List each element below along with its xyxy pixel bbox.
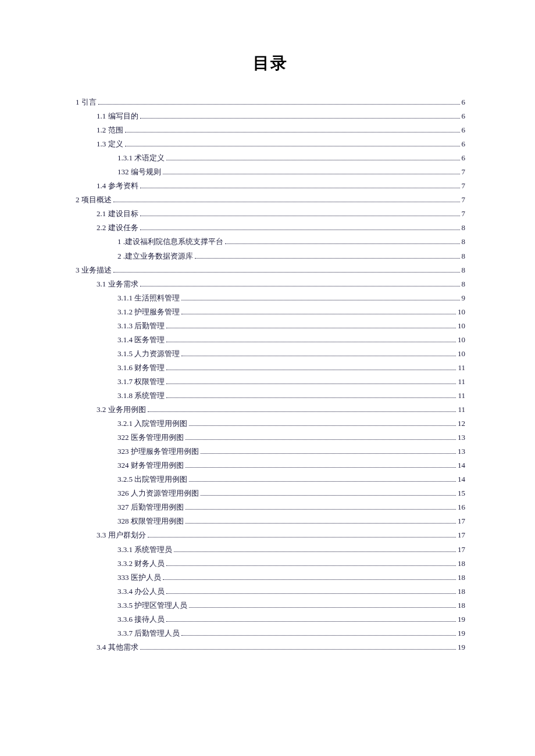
toc-entry-leader xyxy=(189,603,456,608)
toc-entry-leader xyxy=(166,338,456,342)
toc-entry-leader xyxy=(166,366,456,370)
toc-entry-leader xyxy=(186,519,456,524)
toc-entry-page: 6 xyxy=(462,151,466,165)
toc-entry: 3.3.7 后勤管理人员19 xyxy=(76,626,465,640)
toc-entry-label: 3.3.5 护理区管理人员 xyxy=(117,599,187,612)
toc-entry: 1.3.1 术语定义6 xyxy=(76,151,465,165)
toc-entry-leader xyxy=(201,492,456,496)
toc-entry: 3.2 业务用例图 11 xyxy=(76,403,465,417)
toc-entry-leader xyxy=(140,184,460,188)
toc-entry: 3.2.5 出院管理用例图14 xyxy=(76,472,465,486)
toc-entry: 3.3.2 财务人员18 xyxy=(76,557,465,571)
toc-entry: 3.3.6 接待人员19 xyxy=(76,612,465,626)
toc-entry-leader xyxy=(148,533,456,538)
toc-entry-label: 3.1.1 生活照料管理 xyxy=(117,291,180,305)
toc-entry-label: 3.2.5 出院管理用例图 xyxy=(117,472,187,486)
toc-entry: 333 医护人员 18 xyxy=(76,571,465,585)
toc-entry-leader xyxy=(163,170,460,174)
toc-entry-leader xyxy=(140,645,456,650)
toc-entry-label: 3.1.7 权限管理 xyxy=(117,375,165,389)
toc-entry-page: 11 xyxy=(458,361,465,375)
toc-entry-label: 328 权限管理用例图 xyxy=(117,514,184,528)
toc-entry-leader xyxy=(186,435,456,440)
toc-entry: 3.1.5 人力资源管理10 xyxy=(76,347,465,361)
toc-entry-label: 3.4 其他需求 xyxy=(97,640,138,654)
toc-entry-page: 18 xyxy=(458,599,465,612)
toc-entry-leader xyxy=(195,254,460,259)
toc-entry-page: 6 xyxy=(462,95,466,109)
toc-entry-label: 1.2 范围 xyxy=(97,123,123,137)
toc-entry-leader xyxy=(140,114,460,119)
toc-entry-page: 12 xyxy=(458,417,465,431)
toc-entry: 1.3 定义6 xyxy=(76,137,465,151)
toc-entry-leader xyxy=(181,352,456,356)
toc-entry-label: 2.1 建设目标 xyxy=(97,207,138,221)
toc-entry-label: 3.3.6 接待人员 xyxy=(117,612,165,626)
toc-entry-label: 2 项目概述 xyxy=(76,193,112,207)
toc-entry-page: 10 xyxy=(458,347,465,361)
toc-entry-leader xyxy=(181,310,456,314)
toc-entry-page: 17 xyxy=(458,514,465,528)
table-of-contents: 1 引言61.1 编写目的61.2 范围61.3 定义61.3.1 术语定义61… xyxy=(76,95,465,654)
toc-entry-label: 1.3.1 术语定义 xyxy=(117,151,165,165)
toc-entry: 1 .建设福利院信息系统支撑平台8 xyxy=(76,235,465,249)
toc-entry-label: 3.1.2 护理服务管理 xyxy=(117,305,180,319)
toc-entry-leader xyxy=(174,547,456,552)
toc-entry-page: 16 xyxy=(458,500,465,514)
toc-entry-leader xyxy=(225,240,460,245)
toc-entry: 3.1.3 后勤管理10 xyxy=(76,319,465,333)
toc-entry-page: 13 xyxy=(458,445,465,458)
toc-entry-page: 10 xyxy=(458,305,465,319)
toc-entry-leader xyxy=(140,226,460,231)
toc-entry: 1.1 编写目的6 xyxy=(76,109,465,123)
toc-entry-label: 3.3 用户群划分 xyxy=(97,528,146,542)
toc-entry-leader xyxy=(140,212,460,217)
toc-entry: 323 护理服务管理用例图13 xyxy=(76,445,465,458)
toc-entry-page: 14 xyxy=(458,472,465,486)
toc-entry-label: 3.3.4 办公人员 xyxy=(117,585,165,599)
toc-entry: 3.1 业务需求 8 xyxy=(76,277,465,291)
toc-entry-page: 19 xyxy=(458,640,465,654)
toc-entry: 324 财务管理用例图14 xyxy=(76,458,465,472)
toc-entry: 2.2 建设任务 8 xyxy=(76,221,465,235)
document-title: 目录 xyxy=(76,52,465,74)
toc-entry-label: 3.3.1 系统管理员 xyxy=(117,543,172,557)
toc-entry-label: 326 人力资源管理用例图 xyxy=(117,486,199,500)
toc-entry-page: 14 xyxy=(458,458,465,472)
toc-entry-page: 7 xyxy=(462,193,466,207)
toc-entry: 326 人力资源管理用例图15 xyxy=(76,486,465,500)
toc-entry-label: 2.2 建设任务 xyxy=(97,221,138,235)
toc-entry-page: 11 xyxy=(458,403,465,417)
toc-entry: 322 医务管理用例图13 xyxy=(76,431,465,445)
toc-entry-leader xyxy=(166,589,456,594)
toc-entry-label: 3.3.2 财务人员 xyxy=(117,557,165,571)
toc-entry-page: 8 xyxy=(462,277,466,291)
toc-entry-page: 6 xyxy=(462,123,466,137)
toc-entry-leader xyxy=(163,575,456,580)
toc-entry-page: 8 xyxy=(462,249,466,263)
toc-entry-page: 9 xyxy=(462,291,466,305)
toc-entry-leader xyxy=(113,268,460,273)
toc-entry: 3.3 用户群划分 17 xyxy=(76,528,465,542)
toc-entry-leader xyxy=(166,393,456,398)
toc-entry-label: 1 .建设福利院信息系统支撑平台 xyxy=(117,235,223,249)
toc-entry-label: 3.1.6 财务管理 xyxy=(117,361,165,375)
toc-entry-label: 1 引言 xyxy=(76,95,97,109)
toc-entry: 3.1.2 护理服务管理10 xyxy=(76,305,465,319)
toc-entry: 132 编号规则7 xyxy=(76,165,465,179)
toc-entry-label: 333 医护人员 xyxy=(117,571,161,585)
toc-entry: 3.1.8 系统管理11 xyxy=(76,389,465,403)
toc-entry: 3 业务描述8 xyxy=(76,263,465,277)
toc-entry-page: 6 xyxy=(462,137,466,151)
toc-entry-label: 1.1 编写目的 xyxy=(97,109,138,123)
toc-entry-page: 15 xyxy=(458,486,465,500)
toc-entry-leader xyxy=(166,156,459,160)
toc-entry: 3.3.1 系统管理员 17 xyxy=(76,543,465,557)
toc-entry-label: 3.2 业务用例图 xyxy=(97,403,146,417)
toc-entry-leader xyxy=(148,407,456,412)
toc-entry-page: 11 xyxy=(458,375,465,389)
toc-entry-leader xyxy=(113,198,460,203)
toc-entry-label: 3.1.5 人力资源管理 xyxy=(117,347,180,361)
toc-entry-page: 10 xyxy=(458,319,465,333)
toc-entry-label: 3.2.1 入院管理用例图 xyxy=(117,417,187,431)
